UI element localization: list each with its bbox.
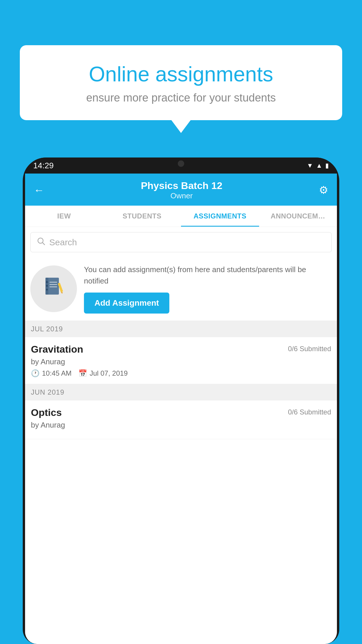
- svg-line-1: [43, 243, 45, 245]
- bubble-subtitle: ensure more practice for your students: [40, 92, 322, 104]
- svg-rect-4: [50, 282, 57, 283]
- promo-text: You can add assignment(s) from here and …: [84, 264, 332, 287]
- tab-iew[interactable]: IEW: [25, 206, 103, 227]
- meta-time: 🕐 10:45 AM: [31, 369, 71, 377]
- status-bar: 14:29 ▼ ▲ ▮: [23, 158, 339, 174]
- tab-announcements[interactable]: ANNOUNCEM…: [259, 206, 337, 227]
- search-bar[interactable]: Search: [30, 232, 332, 252]
- back-button[interactable]: ←: [34, 184, 44, 196]
- tab-students[interactable]: STUDENTS: [103, 206, 181, 227]
- assignment-title-optics: Optics: [31, 407, 62, 418]
- promo-content: You can add assignment(s) from here and …: [84, 264, 332, 314]
- assignment-header-optics: Optics 0/6 Submitted: [31, 407, 331, 418]
- assignment-submitted-optics: 0/6 Submitted: [288, 408, 331, 416]
- tabs-bar: IEW STUDENTS ASSIGNMENTS ANNOUNCEM…: [25, 206, 337, 227]
- header-subtitle: Owner: [141, 191, 222, 200]
- svg-point-10: [46, 285, 48, 287]
- status-icons: ▼ ▲ ▮: [307, 162, 329, 169]
- meta-date: 📅 Jul 07, 2019: [78, 369, 128, 377]
- month-separator-jul: JUL 2019: [25, 321, 337, 337]
- header-title-block: Physics Batch 12 Owner: [141, 180, 222, 200]
- svg-rect-5: [50, 284, 57, 285]
- settings-icon[interactable]: ⚙: [319, 184, 328, 196]
- assignment-item-optics[interactable]: Optics 0/6 Submitted by Anurag: [25, 400, 337, 439]
- search-placeholder: Search: [49, 237, 77, 247]
- promo-section: You can add assignment(s) from here and …: [25, 257, 337, 321]
- search-icon: [37, 237, 45, 247]
- svg-point-11: [46, 289, 48, 290]
- assignment-title: Gravitation: [31, 344, 83, 355]
- add-assignment-button[interactable]: Add Assignment: [84, 293, 169, 314]
- svg-rect-6: [50, 286, 57, 287]
- wifi-icon: ▼: [307, 162, 313, 169]
- signal-icon: ▲: [316, 162, 322, 169]
- camera-notch: [178, 160, 184, 167]
- assignment-by-optics: by Anurag: [31, 421, 331, 430]
- content-area: Search: [25, 227, 337, 644]
- notebook-icon: [42, 275, 65, 303]
- phone-frame: 14:29 ▼ ▲ ▮ ← Physics Batch 12 Owner ⚙ I…: [23, 158, 339, 644]
- header-title: Physics Batch 12: [141, 180, 222, 191]
- phone-screen: ← Physics Batch 12 Owner ⚙ IEW STUDENTS …: [25, 174, 337, 644]
- speech-bubble: Online assignments ensure more practice …: [20, 45, 342, 120]
- assignment-meta: 🕐 10:45 AM 📅 Jul 07, 2019: [31, 369, 331, 377]
- assignment-item-gravitation[interactable]: Gravitation 0/6 Submitted by Anurag 🕐 10…: [25, 337, 337, 384]
- assignment-by: by Anurag: [31, 357, 331, 366]
- promo-icon-circle: [30, 265, 77, 312]
- assignment-submitted: 0/6 Submitted: [288, 345, 331, 353]
- svg-point-9: [46, 281, 48, 283]
- app-header: ← Physics Batch 12 Owner ⚙: [25, 174, 337, 206]
- bubble-title: Online assignments: [40, 63, 322, 86]
- clock-icon: 🕐: [31, 369, 40, 377]
- phone-notch: [164, 158, 198, 169]
- status-time: 14:29: [33, 161, 54, 170]
- month-separator-jun: JUN 2019: [25, 384, 337, 400]
- tab-assignments[interactable]: ASSIGNMENTS: [181, 206, 259, 227]
- battery-icon: ▮: [325, 162, 329, 169]
- assignment-header: Gravitation 0/6 Submitted: [31, 344, 331, 355]
- calendar-icon: 📅: [78, 369, 87, 377]
- speech-bubble-wrapper: Online assignments ensure more practice …: [20, 45, 342, 120]
